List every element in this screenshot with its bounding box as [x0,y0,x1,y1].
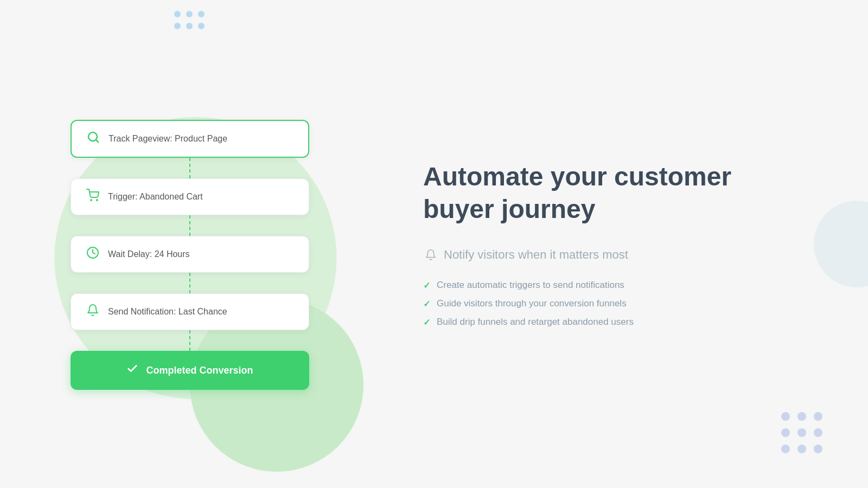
search-icon [87,131,100,147]
flow-card-wait-delay[interactable]: Wait Delay: 24 Hours [71,236,309,273]
connector-2 [189,215,190,236]
decorative-dots-bottom-right [781,412,825,455]
flow-card-send-notification[interactable]: Send Notification: Last Chance [71,293,309,330]
check-icon-1: ✓ [423,280,430,291]
track-pageview-label: Track Pageview: Product Page [108,134,227,144]
dot [186,11,193,17]
feature-item-1: ✓ Create automatic triggers to send noti… [423,280,825,291]
feature-text-2: Guide visitors through your conversion f… [437,298,627,309]
subtitle-text: Notify visitors when it matters most [444,248,628,262]
check-icon-2: ✓ [423,299,430,309]
check-icon-3: ✓ [423,317,430,328]
connector-1 [189,158,190,178]
subtitle-row: Notify visitors when it matters most [423,247,825,262]
wait-delay-label: Wait Delay: 24 Hours [108,249,190,259]
notify-icon [423,247,438,262]
dot [198,23,205,29]
dot-br [797,428,806,437]
flow-container: Track Pageview: Product Page Trigger: Ab… [71,120,309,390]
bell-icon [86,304,99,320]
dot [198,11,205,17]
decorative-circle-right [814,201,868,287]
svg-line-1 [96,140,98,142]
abandoned-cart-label: Trigger: Abandoned Cart [108,192,203,202]
completed-conversion-label: Completed Conversion [146,365,253,376]
decorative-dots-top [174,11,206,30]
right-panel: Automate your customer buyer journey Not… [380,0,868,488]
dot-br [814,428,822,437]
send-notification-label: Send Notification: Last Chance [108,307,227,317]
checkmark-icon [126,363,138,378]
dot [174,23,181,29]
clock-icon [86,246,99,262]
flow-card-track-pageview[interactable]: Track Pageview: Product Page [71,120,309,158]
dot-br [797,412,806,421]
svg-point-2 [91,200,92,201]
dot-br [814,445,822,453]
dot-br [781,428,790,437]
feature-list: ✓ Create automatic triggers to send noti… [423,280,825,328]
cart-icon [86,189,99,205]
dot [174,11,181,17]
connector-4 [189,330,190,351]
main-title: Automate your customer buyer journey [423,160,738,226]
left-panel: Track Pageview: Product Page Trigger: Ab… [0,0,380,488]
dot-br [814,412,822,421]
connector-3 [189,273,190,293]
feature-item-3: ✓ Build drip funnels and retarget abando… [423,317,825,328]
dot [186,23,193,29]
feature-text-3: Build drip funnels and retarget abandone… [437,317,634,328]
dot-br [781,412,790,421]
completed-conversion-card[interactable]: Completed Conversion [71,351,309,390]
svg-point-3 [97,200,98,201]
feature-item-2: ✓ Guide visitors through your conversion… [423,298,825,309]
dot-br [781,445,790,453]
dot-br [797,445,806,453]
flow-card-abandoned-cart[interactable]: Trigger: Abandoned Cart [71,178,309,215]
feature-text-1: Create automatic triggers to send notifi… [437,280,624,291]
